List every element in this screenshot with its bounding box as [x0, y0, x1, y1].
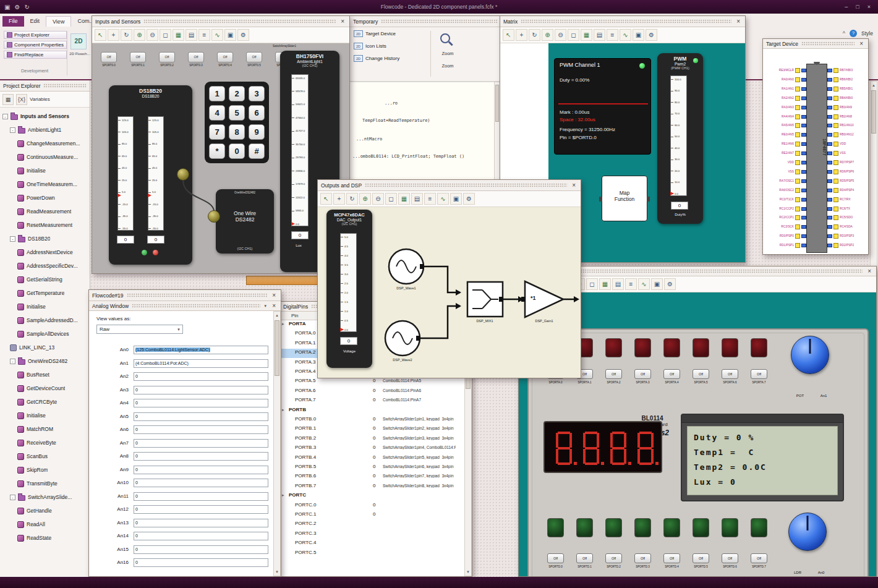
keypad-key-9[interactable]: 9 [249, 124, 265, 140]
expand-icon[interactable]: - [10, 236, 15, 242]
tree-item-initialise[interactable]: Initialise [0, 164, 90, 177]
keypad-key-2[interactable]: 2 [229, 86, 245, 101]
zoom-in-icon[interactable]: ⊕ [542, 29, 553, 41]
zoom-out-icon[interactable]: ⊖ [555, 29, 566, 41]
pin-stub[interactable] [827, 106, 832, 109]
pin-stub[interactable] [801, 87, 806, 91]
maximize-button[interactable]: □ [856, 4, 859, 10]
refresh-icon[interactable]: ↻ [24, 4, 29, 11]
keypad-key-7[interactable]: 7 [209, 124, 225, 140]
keypad-key-3[interactable]: 3 [249, 86, 265, 101]
keypad-key-5[interactable]: 5 [229, 105, 245, 121]
pin-stub[interactable] [801, 179, 806, 183]
io-button-sporta-3[interactable]: Off [634, 369, 651, 379]
tree-item-addressspecificdev[interactable]: AddressSpecificDev... [0, 259, 90, 273]
panel-settings-icon[interactable]: ⚙ [463, 193, 475, 205]
view-toggle-target-device[interactable]: 2DTarget Device [350, 27, 500, 40]
close-icon[interactable]: × [866, 268, 873, 275]
onewire-node-icon[interactable] [177, 168, 189, 181]
pin-row-portc-0[interactable]: PORTC.00 [280, 501, 457, 511]
tree-item-gethandle[interactable]: GetHandle [0, 504, 90, 518]
tree-item-transmitbyte[interactable]: TransmitByte [0, 477, 90, 490]
align-icon[interactable]: ≡ [198, 29, 210, 41]
io-button-sportd-2[interactable]: Off [605, 553, 622, 563]
expand-icon[interactable]: - [10, 127, 15, 133]
minimize-button[interactable]: – [845, 4, 848, 10]
settings-icon[interactable]: ⚙ [14, 4, 20, 11]
pin-stub[interactable] [827, 170, 832, 174]
zoom-fit-icon[interactable]: ◻ [385, 193, 397, 205]
outputs-window-titlebar[interactable]: Outputs and DSP × [318, 180, 581, 191]
gain-label[interactable]: DSP_Gain1 [524, 319, 564, 323]
pin-row-porta-7[interactable]: PORTA.70ComboBL0114:PinA7 [280, 396, 457, 406]
tree-item-onetimemeasurem[interactable]: OneTimeMeasurem... [0, 177, 90, 191]
keypad-key-0[interactable]: 0 [229, 143, 245, 159]
tree-item-receivebyte[interactable]: ReceiveByte [0, 436, 90, 450]
analog-value-field[interactable]: 0 [134, 466, 268, 474]
tree-item-readstate[interactable]: ReadState [0, 531, 90, 545]
scroll-up-icon[interactable]: ▲ [274, 312, 280, 319]
tree-item-skiprom[interactable]: SkipRom [0, 463, 90, 477]
analog-value-field[interactable]: 0 [134, 532, 268, 540]
close-icon[interactable]: × [570, 182, 578, 189]
io-button-sport0-1[interactable]: Off [130, 52, 146, 62]
io-button-sportd-6[interactable]: Off [722, 553, 738, 563]
2d-panel-button[interactable]: 2D [70, 33, 87, 49]
close-button[interactable]: × [867, 4, 871, 10]
tree-item-ds18b20[interactable]: -DS18B20 [0, 232, 90, 245]
pin-row-portb-3[interactable]: PORTB.30SwitchArraySlider1pin4, ComboBL0… [280, 444, 457, 453]
pin-stub[interactable] [827, 207, 832, 211]
pin-row-portc-1[interactable]: PORTC.10 [280, 511, 457, 520]
close-icon[interactable]: × [858, 40, 865, 47]
panel-settings-icon[interactable]: ⚙ [237, 29, 249, 41]
expand-icon[interactable]: - [10, 495, 15, 500]
pin-stub[interactable] [827, 198, 832, 202]
target-device-titlebar[interactable]: Target Device × [763, 39, 868, 49]
zoom-out-icon[interactable]: ⊖ [372, 193, 384, 205]
rotate-tool-icon[interactable]: ↻ [121, 29, 132, 41]
scroll-down-icon[interactable]: ▼ [465, 568, 471, 576]
pin-stub[interactable] [827, 161, 832, 164]
wave2-label[interactable]: DSP_Wave2 [383, 358, 422, 362]
pin-stub[interactable] [801, 142, 806, 146]
tree-item-initialise[interactable]: Initialise [0, 409, 90, 422]
ribbon-button-component-properties[interactable]: Component Properties [4, 41, 67, 49]
zoom-fit-icon[interactable]: ◻ [160, 29, 171, 41]
expand-icon[interactable]: - [2, 114, 8, 119]
ribbon-collapse-icon[interactable]: ^ [843, 30, 845, 36]
pin-row-porta-6[interactable]: PORTA.60ComboBL0114:PinA6 [280, 387, 457, 396]
ribbon-tab-view[interactable]: View [46, 16, 71, 27]
layout-icon[interactable]: ▤ [411, 193, 423, 205]
tree-item-link-linc-13[interactable]: LINK_LINC_13 [0, 341, 90, 354]
scroll-down-icon[interactable]: ▼ [274, 568, 280, 576]
analog-value-field[interactable]: 0 [134, 372, 268, 381]
grid-icon[interactable]: ▦ [581, 29, 592, 41]
wave-icon[interactable]: ∿ [638, 278, 650, 290]
port-group-row[interactable]: ▸PORTC [280, 492, 457, 501]
ribbon-button-project-explorer[interactable]: Project Explorer [4, 31, 67, 39]
grid-icon[interactable]: ▦ [398, 193, 410, 205]
close-icon[interactable]: × [270, 292, 278, 299]
zoom-in-icon[interactable]: ⊕ [134, 29, 145, 41]
keypad-key-item[interactable]: * [209, 143, 225, 159]
scroll-up-icon[interactable]: ▲ [871, 82, 877, 89]
tree-item-busreset[interactable]: BusReset [0, 368, 90, 381]
ribbon-button-find-replace[interactable]: Find/Replace [4, 51, 67, 59]
pin-stub[interactable] [827, 225, 832, 229]
zoom-in-icon[interactable]: ⊕ [359, 193, 371, 205]
pin-row-portb-7[interactable]: PORTB.70SwitchArraySlider1pin8, keypad_3… [280, 482, 457, 492]
analog-value-field[interactable]: 0 [134, 505, 268, 514]
pin-stub[interactable] [801, 244, 806, 247]
pin-stub[interactable] [827, 244, 832, 247]
pin-stub[interactable] [827, 133, 832, 137]
pin-stub[interactable] [801, 133, 806, 137]
pin-stub[interactable] [827, 179, 832, 183]
pin-stub[interactable] [801, 115, 806, 119]
io-button-sportd-5[interactable]: Off [693, 553, 709, 563]
pin-row-portc-5[interactable]: PORTC.5 [280, 549, 457, 558]
tree-item-changemeasuremen[interactable]: ChangeMeasuremen... [0, 137, 90, 150]
pin-stub[interactable] [801, 216, 806, 219]
analog-value-field[interactable]: (4:ComboBL0114:Pot:ADC) [134, 359, 268, 368]
tree-item-onewireds2482[interactable]: -OneWireDS2482 [0, 354, 90, 368]
pin-stub[interactable] [801, 170, 806, 174]
